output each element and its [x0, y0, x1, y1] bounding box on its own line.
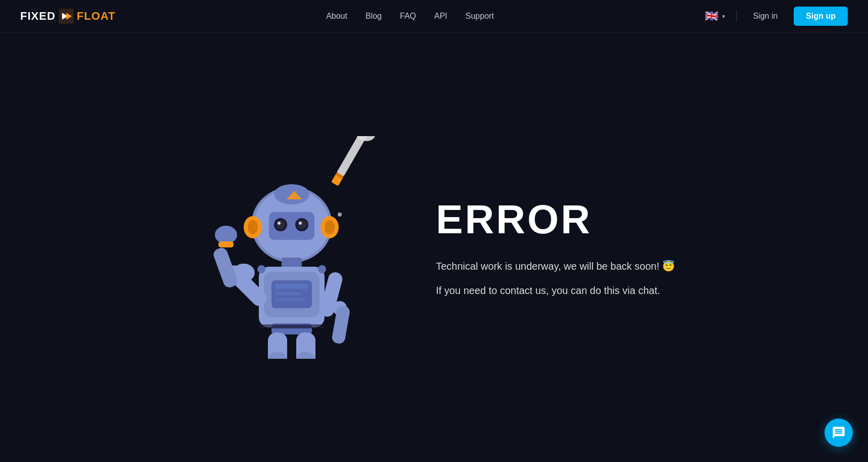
- nav-faq[interactable]: FAQ: [400, 12, 416, 21]
- svg-point-20: [325, 220, 335, 234]
- nav-blog[interactable]: Blog: [366, 12, 382, 21]
- error-contact: If you need to contact us, you can do th…: [436, 282, 675, 299]
- language-selector[interactable]: 🇬🇧 ▼: [705, 10, 726, 23]
- chevron-down-icon: ▼: [721, 14, 726, 19]
- svg-rect-51: [259, 324, 325, 328]
- svg-point-16: [299, 222, 302, 225]
- svg-point-13: [276, 220, 285, 229]
- main-nav: About Blog FAQ API Support: [326, 12, 494, 21]
- nav-about[interactable]: About: [326, 12, 347, 21]
- header-right: 🇬🇧 ▼ Sign in Sign up: [705, 7, 848, 26]
- main-content: ERROR Technical work is underway, we wil…: [0, 33, 868, 462]
- svg-rect-3: [336, 136, 369, 177]
- nav-api[interactable]: API: [434, 12, 447, 21]
- logo[interactable]: FIXED FLOAT: [20, 9, 115, 24]
- svg-rect-29: [275, 292, 300, 295]
- nav-support[interactable]: Support: [466, 12, 494, 21]
- svg-rect-24: [282, 258, 302, 268]
- logo-fixed-text: FIXED: [20, 10, 56, 23]
- svg-rect-28: [275, 284, 308, 289]
- logo-float-text: FLOAT: [77, 10, 116, 23]
- svg-point-55: [318, 265, 326, 273]
- svg-rect-30: [275, 298, 305, 301]
- robot-illustration: [193, 136, 405, 359]
- svg-point-14: [297, 220, 306, 229]
- flag-icon: 🇬🇧: [705, 10, 718, 23]
- svg-point-54: [257, 265, 265, 273]
- nav-divider: [736, 10, 737, 22]
- error-title: ERROR: [436, 196, 675, 243]
- svg-rect-35: [218, 241, 234, 247]
- chat-button[interactable]: [825, 418, 853, 447]
- svg-point-15: [278, 222, 281, 225]
- sign-in-button[interactable]: Sign in: [747, 8, 784, 25]
- error-section: ERROR Technical work is underway, we wil…: [436, 196, 675, 299]
- logo-arrow-icon: [59, 9, 74, 24]
- content-wrapper: ERROR Technical work is underway, we wil…: [156, 136, 712, 359]
- svg-point-19: [248, 220, 258, 234]
- svg-point-23: [338, 213, 342, 217]
- sign-up-button[interactable]: Sign up: [794, 7, 848, 26]
- chat-icon: [832, 426, 846, 440]
- svg-point-34: [215, 226, 237, 244]
- error-body: Technical work is underway, we will be b…: [436, 258, 675, 274]
